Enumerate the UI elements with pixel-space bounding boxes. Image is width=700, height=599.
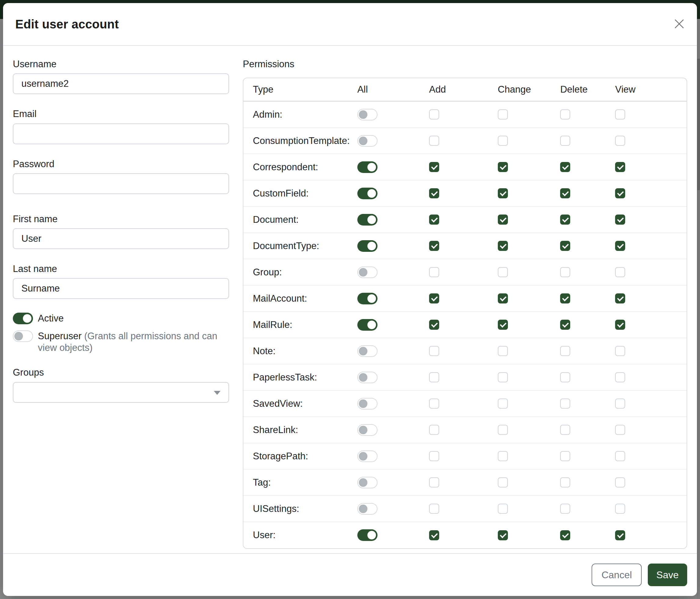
perm-delete-checkbox[interactable] (560, 451, 570, 461)
perm-all-toggle[interactable] (357, 214, 377, 225)
perm-change-checkbox[interactable] (498, 241, 508, 251)
perm-change-checkbox[interactable] (498, 320, 508, 330)
perm-delete-checkbox[interactable] (560, 372, 570, 382)
perm-add-checkbox[interactable] (429, 451, 439, 461)
perm-all-toggle[interactable] (357, 319, 377, 331)
perm-all-toggle[interactable] (357, 424, 377, 436)
perm-delete-checkbox[interactable] (560, 188, 570, 198)
perm-view-checkbox[interactable] (615, 399, 625, 409)
perm-add-checkbox[interactable] (429, 110, 439, 119)
perm-delete-checkbox[interactable] (560, 136, 570, 146)
perm-view-checkbox[interactable] (615, 372, 625, 382)
perm-change-checkbox[interactable] (498, 372, 508, 382)
perm-all-toggle[interactable] (357, 398, 377, 409)
perm-delete-checkbox[interactable] (560, 162, 570, 172)
perm-add-checkbox[interactable] (429, 346, 439, 356)
perm-all-toggle[interactable] (357, 109, 377, 120)
perm-view-checkbox[interactable] (615, 110, 625, 119)
perm-change-checkbox[interactable] (498, 451, 508, 461)
cancel-button[interactable]: Cancel (592, 564, 642, 586)
perm-add-checkbox[interactable] (429, 504, 439, 514)
perm-change-checkbox[interactable] (498, 188, 508, 198)
perm-delete-checkbox[interactable] (560, 293, 570, 304)
perm-change-checkbox[interactable] (498, 346, 508, 356)
username-input[interactable] (13, 73, 229, 94)
perm-change-checkbox[interactable] (498, 162, 508, 172)
perm-all-toggle[interactable] (357, 345, 377, 357)
perm-view-checkbox[interactable] (615, 477, 625, 487)
perm-view-checkbox[interactable] (615, 320, 625, 330)
superuser-toggle[interactable] (13, 330, 33, 342)
perm-view-checkbox[interactable] (615, 136, 625, 146)
active-toggle[interactable] (13, 313, 33, 324)
perm-delete-checkbox[interactable] (560, 425, 570, 435)
perm-all-toggle[interactable] (357, 503, 377, 514)
page-scrollbar[interactable] (697, 19, 700, 599)
perm-add-checkbox[interactable] (429, 530, 439, 540)
perm-view-checkbox[interactable] (615, 504, 625, 514)
page-scrollbar-thumb[interactable] (697, 59, 700, 190)
perm-delete-checkbox[interactable] (560, 530, 570, 540)
perm-change-checkbox[interactable] (498, 504, 508, 514)
password-input[interactable] (13, 173, 229, 194)
perm-view-checkbox[interactable] (615, 241, 625, 251)
perm-delete-checkbox[interactable] (560, 399, 570, 409)
last-name-input[interactable] (13, 278, 229, 299)
perm-view-checkbox[interactable] (615, 346, 625, 356)
email-input[interactable] (13, 123, 229, 144)
perm-add-checkbox[interactable] (429, 320, 439, 330)
perm-add-checkbox[interactable] (429, 399, 439, 409)
perm-change-checkbox[interactable] (498, 293, 508, 304)
perm-add-checkbox[interactable] (429, 293, 439, 304)
perm-view-checkbox[interactable] (615, 267, 625, 277)
perm-all-toggle[interactable] (357, 188, 377, 199)
perm-view-checkbox[interactable] (615, 451, 625, 461)
perm-delete-checkbox[interactable] (560, 241, 570, 251)
save-button[interactable]: Save (648, 564, 687, 586)
perm-add-checkbox[interactable] (429, 241, 439, 251)
perm-add-checkbox[interactable] (429, 267, 439, 277)
first-name-input[interactable] (13, 228, 229, 249)
perm-view-checkbox[interactable] (615, 425, 625, 435)
perm-all-toggle[interactable] (357, 240, 377, 252)
perm-all-toggle[interactable] (357, 135, 377, 147)
perm-change-checkbox[interactable] (498, 267, 508, 277)
perm-all-toggle[interactable] (357, 451, 377, 462)
perm-all-toggle[interactable] (357, 266, 377, 278)
perm-all-toggle[interactable] (357, 293, 377, 304)
perm-all-toggle[interactable] (357, 372, 377, 383)
perm-change-checkbox[interactable] (498, 399, 508, 409)
perm-delete-checkbox[interactable] (560, 110, 570, 119)
perm-delete-checkbox[interactable] (560, 504, 570, 514)
perm-all-toggle[interactable] (357, 161, 377, 173)
perm-change-checkbox[interactable] (498, 110, 508, 119)
perm-change-checkbox[interactable] (498, 530, 508, 540)
perm-change-checkbox[interactable] (498, 477, 508, 487)
perm-view-checkbox[interactable] (615, 188, 625, 198)
perm-add-checkbox[interactable] (429, 425, 439, 435)
perm-add-checkbox[interactable] (429, 215, 439, 224)
perm-delete-checkbox[interactable] (560, 215, 570, 224)
perm-add-checkbox[interactable] (429, 162, 439, 172)
groups-select[interactable] (13, 382, 229, 403)
close-button[interactable] (672, 17, 686, 31)
perm-add-checkbox[interactable] (429, 136, 439, 146)
perm-change-checkbox[interactable] (498, 215, 508, 224)
perm-delete-checkbox[interactable] (560, 320, 570, 330)
perm-view-checkbox[interactable] (615, 530, 625, 540)
perm-all-toggle[interactable] (357, 477, 377, 488)
perm-delete-checkbox[interactable] (560, 267, 570, 277)
perm-view-checkbox[interactable] (615, 215, 625, 224)
perm-view-checkbox[interactable] (615, 162, 625, 172)
perm-delete-checkbox[interactable] (560, 477, 570, 487)
perm-add-checkbox[interactable] (429, 188, 439, 198)
permission-type-label: UISettings: (243, 496, 357, 522)
perm-change-checkbox[interactable] (498, 425, 508, 435)
perm-change-checkbox[interactable] (498, 136, 508, 146)
perm-add-checkbox[interactable] (429, 372, 439, 382)
perm-all-toggle[interactable] (357, 529, 377, 541)
perm-delete-checkbox[interactable] (560, 346, 570, 356)
toggle-knob (359, 400, 368, 408)
perm-add-checkbox[interactable] (429, 477, 439, 487)
perm-view-checkbox[interactable] (615, 293, 625, 304)
